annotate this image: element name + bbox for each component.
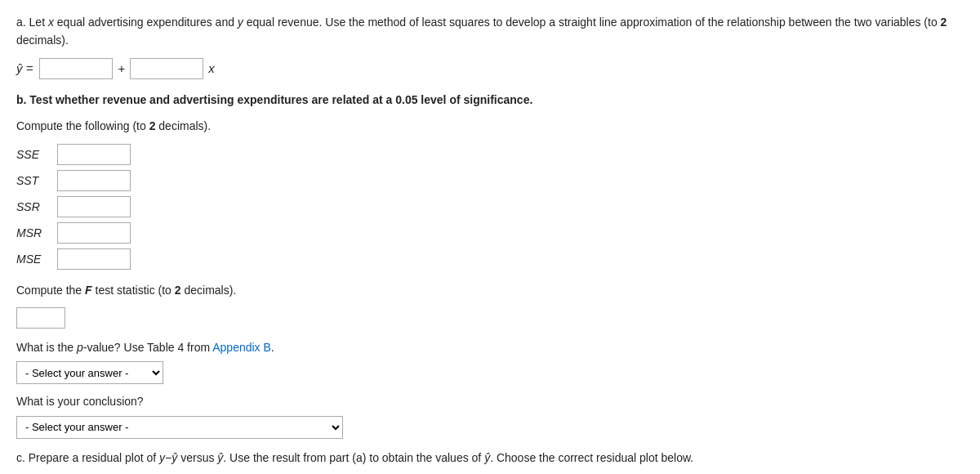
f-bold: F: [85, 284, 92, 297]
f-stat-post: test statistic (to: [92, 284, 175, 297]
equation-label: ŷ =: [16, 61, 33, 75]
stat-table: SSE SST SSR MSR MSE: [16, 144, 964, 270]
sse-label: SSE: [16, 148, 49, 161]
part-a-decimals-bold: 2: [941, 16, 947, 29]
f-stat-pre: Compute the: [16, 284, 85, 297]
sse-input[interactable]: [57, 144, 131, 165]
slope-input[interactable]: [130, 58, 203, 79]
pvalue-period: .: [271, 341, 274, 354]
conclusion-section: What is your conclusion? - Select your a…: [16, 392, 964, 438]
part-a-label: a. Let: [16, 16, 48, 29]
f-stat-input[interactable]: [16, 307, 65, 329]
part-c-end: . Use the result from part (a) to obtain…: [223, 451, 484, 464]
sse-row: SSE: [16, 144, 964, 165]
conclusion-select[interactable]: - Select your answer - Revenue and adver…: [16, 416, 343, 439]
part-a-xvar: x: [48, 16, 54, 29]
ssr-label: SSR: [16, 200, 49, 213]
conclusion-text: What is your conclusion?: [16, 392, 964, 410]
sst-label: SST: [16, 174, 49, 187]
pvalue-section: What is the p-value? Use Table 4 from Ap…: [16, 338, 964, 384]
part-c-versus: versus: [177, 451, 217, 464]
mse-label: MSE: [16, 253, 49, 266]
part-c-y-minus-yhat: y−y: [159, 451, 177, 464]
part-c-pre: c. Prepare a residual plot of: [16, 451, 159, 464]
pvalue-select[interactable]: - Select your answer - less than .01 bet…: [16, 361, 163, 384]
part-a-equal1: equal advertising expenditures and: [54, 16, 238, 29]
part-c-end2: . Choose the correct residual plot below…: [490, 451, 693, 464]
intercept-input[interactable]: [39, 58, 113, 79]
f-stat-section: Compute the F test statistic (to 2 decim…: [16, 281, 964, 329]
equation-row: ŷ = + x: [16, 58, 964, 79]
compute-text: Compute the following (to: [16, 119, 149, 132]
sst-input[interactable]: [57, 170, 131, 191]
pvalue-end: -value? Use Table 4 from: [83, 341, 213, 354]
x-variable: x: [208, 61, 215, 75]
part-a-yvar: y: [238, 16, 243, 29]
msr-input[interactable]: [57, 222, 131, 244]
pvalue-italic: p: [77, 341, 83, 354]
plus-sign: +: [118, 61, 125, 75]
ssr-row: SSR: [16, 196, 964, 217]
pvalue-text: What is the p-value? Use Table 4 from Ap…: [16, 338, 964, 356]
f-stat-text: Compute the F test statistic (to 2 decim…: [16, 281, 964, 299]
compute-note: Compute the following (to 2 decimals).: [16, 117, 964, 135]
part-c-section: c. Prepare a residual plot of y−ŷ versu…: [16, 449, 964, 467]
msr-row: MSR: [16, 222, 964, 244]
ssr-input[interactable]: [57, 196, 131, 217]
part-b-significance: 0.05: [395, 93, 417, 106]
part-a-equal2: equal revenue. Use the method of least s…: [243, 16, 941, 29]
part-b-header: b. Test whether revenue and advertising …: [16, 91, 964, 109]
part-b-sig-end: level of significance.: [417, 93, 532, 106]
part-a-decimals-end: decimals).: [16, 34, 69, 47]
appendix-link[interactable]: Appendix B: [212, 341, 271, 354]
mse-input[interactable]: [57, 248, 131, 270]
part-a-text: a. Let x equal advertising expenditures …: [16, 13, 964, 50]
pvalue-pre: What is the: [16, 341, 77, 354]
compute-end: decimals).: [155, 119, 211, 132]
part-b-label: b. Test whether revenue and advertising …: [16, 93, 395, 106]
msr-label: MSR: [16, 226, 49, 239]
question-container: a. Let x equal advertising expenditures …: [16, 13, 964, 467]
f-decimals-end: decimals).: [181, 284, 237, 297]
mse-row: MSE: [16, 248, 964, 270]
sst-row: SST: [16, 170, 964, 191]
f-decimals-bold: 2: [175, 284, 181, 297]
